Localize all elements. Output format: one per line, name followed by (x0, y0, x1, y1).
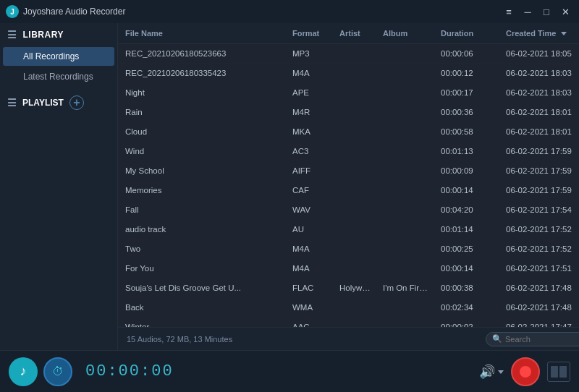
latest-recordings-label: Latest Recordings (23, 72, 93, 82)
library-label: LIBRARY (23, 30, 64, 40)
cell-duration: 00:01:14 (436, 220, 502, 239)
table-row[interactable]: Cloud MKA 00:00:58 06-02-2021 18:01 (118, 122, 579, 142)
cell-created: 06-02-2021 17:47 (502, 318, 579, 327)
cell-album (379, 185, 436, 195)
cell-created: 06-02-2021 18:01 (502, 122, 579, 141)
table-header: File Name Format Artist Album Duration C… (118, 23, 579, 44)
status-bar: 15 Audios, 72 MB, 13 Minutes 🔍 (118, 327, 579, 350)
cell-created: 06-02-2021 17:59 (502, 161, 579, 180)
title-bar: J Joyoshare Audio Recorder ≡ ─ □ ✕ (0, 0, 579, 23)
cell-artist (335, 107, 379, 117)
window-controls: ≡ ─ □ ✕ (501, 4, 573, 20)
table-row[interactable]: Souja's Let Dis Groove Get U... FLAC Hol… (118, 278, 579, 298)
cell-album: I'm On Fire 4 The King ... (379, 278, 436, 297)
cell-filename: Rain (118, 103, 288, 122)
playlist-section-header[interactable]: ☰ PLAYLIST + (0, 90, 117, 116)
minimize-button[interactable]: ─ (520, 4, 536, 20)
table-row[interactable]: Winter AAC 00:00:02 06-02-2021 17:47 (118, 318, 579, 327)
table-row[interactable]: Two M4A 00:00:25 06-02-2021 17:52 (118, 239, 579, 259)
cell-duration: 00:00:25 (436, 239, 502, 258)
table-row[interactable]: Fall WAV 00:04:20 06-02-2021 17:54 (118, 200, 579, 220)
table-row[interactable]: REC_20210206180523663 MP3 00:00:06 06-02… (118, 44, 579, 64)
col-header-created[interactable]: Created Time (502, 23, 579, 43)
cell-artist (335, 48, 379, 59)
cell-format: CAF (288, 181, 335, 200)
cell-artist (335, 88, 379, 98)
library-section-header[interactable]: ☰ LIBRARY (0, 23, 117, 46)
table-row[interactable]: My School AIFF 00:00:09 06-02-2021 17:59 (118, 161, 579, 181)
sidebar-item-all-recordings[interactable]: All Recordings (3, 47, 114, 66)
search-icon: 🔍 (492, 334, 502, 344)
cell-artist: Holywar... (335, 278, 379, 297)
cell-duration: 00:00:02 (436, 318, 502, 327)
cell-format: M4A (288, 64, 335, 82)
cell-created: 06-02-2021 18:05 (502, 44, 579, 63)
cell-album (379, 127, 436, 137)
close-button[interactable]: ✕ (557, 4, 573, 20)
app-title: Joyoshare Audio Recorder (23, 7, 125, 17)
cell-format: AIFF (288, 161, 335, 180)
file-table: File Name Format Artist Album Duration C… (118, 23, 579, 327)
cell-format: M4R (288, 103, 335, 122)
sort-chevron-icon (561, 32, 567, 35)
bottom-bar: ♪ ⏱ 00:00:00 🔊 (0, 350, 579, 392)
layout-button[interactable] (547, 362, 570, 382)
cell-album (379, 146, 436, 156)
cell-format: MP3 (288, 44, 335, 63)
cell-format: WMA (288, 298, 335, 317)
cell-filename: Back (118, 298, 288, 317)
cell-artist (335, 68, 379, 78)
cell-album (379, 224, 436, 234)
table-row[interactable]: For You M4A 00:00:14 06-02-2021 17:51 (118, 259, 579, 278)
layout-panel-icon-2 (559, 366, 567, 378)
cell-created: 06-02-2021 17:48 (502, 278, 579, 297)
col-header-duration[interactable]: Duration (436, 23, 502, 43)
cell-album (379, 205, 436, 215)
cell-duration: 00:02:34 (436, 298, 502, 317)
cell-format: APE (288, 83, 335, 102)
cell-created: 06-02-2021 17:48 (502, 298, 579, 317)
cell-filename: REC_20210206180335423 (118, 64, 288, 82)
col-header-album[interactable]: Album (379, 23, 436, 43)
cell-duration: 00:00:58 (436, 122, 502, 141)
cell-artist (335, 127, 379, 137)
music-library-button[interactable]: ♪ (9, 357, 38, 386)
cell-artist (335, 205, 379, 215)
col-header-artist[interactable]: Artist (335, 23, 379, 43)
col-header-format[interactable]: Format (288, 23, 335, 43)
cell-created: 06-02-2021 17:59 (502, 181, 579, 200)
cell-created: 06-02-2021 18:01 (502, 103, 579, 122)
table-row[interactable]: REC_20210206180335423 M4A 00:00:12 06-02… (118, 64, 579, 83)
cell-filename: Wind (118, 142, 288, 161)
volume-button[interactable]: 🔊 (479, 364, 504, 380)
search-box[interactable]: 🔍 (486, 332, 579, 346)
table-row[interactable]: Memories CAF 00:00:14 06-02-2021 17:59 (118, 181, 579, 200)
cell-filename: Night (118, 83, 288, 102)
table-row[interactable]: Night APE 00:00:17 06-02-2021 18:03 (118, 83, 579, 103)
layout-panel-icon (551, 366, 558, 378)
table-row[interactable]: audio track AU 00:01:14 06-02-2021 17:52 (118, 220, 579, 239)
cell-artist (335, 302, 379, 312)
cell-album (379, 68, 436, 78)
cell-created: 06-02-2021 17:52 (502, 220, 579, 239)
table-row[interactable]: Rain M4R 00:00:36 06-02-2021 18:01 (118, 103, 579, 122)
cell-filename: REC_20210206180523663 (118, 44, 288, 63)
bottom-right-controls: 🔊 (479, 357, 570, 386)
add-playlist-button[interactable]: + (69, 95, 84, 110)
table-row[interactable]: Back WMA 00:02:34 06-02-2021 17:48 (118, 298, 579, 318)
cell-artist (335, 224, 379, 234)
cell-filename: Cloud (118, 122, 288, 141)
search-input[interactable] (505, 335, 579, 344)
maximize-button[interactable]: □ (538, 4, 554, 20)
sidebar-item-latest-recordings[interactable]: Latest Recordings (3, 67, 114, 86)
cell-filename: Fall (118, 200, 288, 219)
col-header-filename[interactable]: File Name (118, 23, 288, 43)
cell-filename: My School (118, 161, 288, 180)
cell-filename: Memories (118, 181, 288, 200)
table-row[interactable]: Wind AC3 00:01:13 06-02-2021 17:59 (118, 142, 579, 161)
timer-button[interactable]: ⏱ (43, 357, 72, 386)
cell-duration: 00:00:09 (436, 161, 502, 180)
record-button[interactable] (511, 357, 540, 386)
cell-album (379, 48, 436, 59)
menu-button[interactable]: ≡ (501, 4, 517, 20)
